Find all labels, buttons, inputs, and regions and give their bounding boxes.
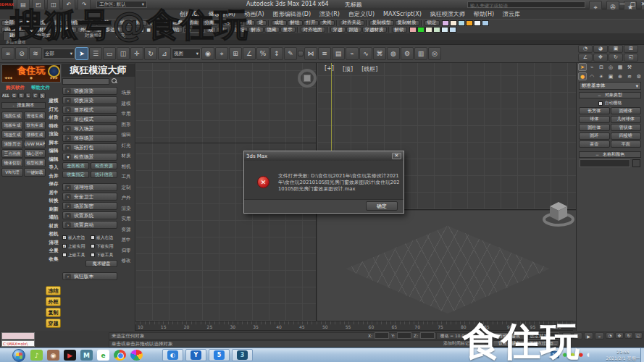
toolbar-button[interactable]: 成组 [272,20,287,26]
grid-button[interactable]: 四棱锥 [611,132,642,140]
collapse-icon[interactable]: - [12,103,14,108]
checkbox-icon[interactable]: ✓ [62,244,67,248]
maxscript-mini-listener[interactable] [1,332,35,340]
strip-label-6[interactable]: 编辑 [46,147,61,156]
strip-label-7[interactable]: 相机 [117,161,135,172]
strip-label-2[interactable]: 材质 [46,114,61,122]
x-field[interactable] [375,332,389,339]
button-3[interactable]: 穿越 [46,319,61,328]
name-color-rollout[interactable]: −名称和颜色 [579,151,641,158]
select-and-manipulate-icon[interactable]: ⌖ [215,47,228,60]
field-of-view-icon[interactable]: ∠ [578,54,593,62]
orbit-icon[interactable]: ↻ [609,54,623,62]
browser-360-icon[interactable]: e [97,350,109,361]
strip-label-11[interactable]: 居中 [46,189,61,198]
restore-button[interactable]: ▢ [630,1,636,7]
grid-button[interactable]: 球体 [579,116,610,123]
cameras-icon[interactable]: ▣ [606,72,615,80]
plugin-button-场景打包[interactable]: ›场景打包 [62,143,117,151]
grid-button[interactable]: 茶壶 [579,140,610,148]
color-swatch[interactable] [449,27,456,33]
grid-button[interactable]: 楼梯生成 [24,130,46,139]
plugin-button-安全卫士[interactable]: ›安全卫士 [62,193,117,201]
close-button[interactable]: ✕ [641,1,644,7]
browser5-window-button[interactable]: 5 [209,349,230,361]
geometry-icon[interactable]: ● [578,72,587,80]
button-3[interactable]: L [25,93,32,98]
unlink-selection-icon[interactable]: ⊘ [15,47,28,60]
quark-browser-window-icon[interactable]: ◐ [167,350,178,360]
plugin-button-切换渲染[interactable]: ›切换渲染 [62,96,117,104]
schematic-view-icon[interactable]: ⌘ [373,47,386,60]
toolbar-button[interactable]: 对齐天花 [340,20,364,26]
percent-snap-toggle-icon[interactable]: % [256,47,269,60]
layer-manager-icon[interactable]: ▤ [332,47,345,60]
strip-label-8[interactable]: 导入 [46,164,61,172]
grid-button[interactable]: 几何球体 [611,116,642,123]
camera-app-icon[interactable]: ◉ [47,350,59,361]
grid-button[interactable]: 管道生成 [24,111,46,120]
strip-label-10[interactable]: 户外 [117,193,135,203]
zoom-extents-all-icon[interactable]: ⊞ [624,45,638,53]
strip-label-7[interactable]: 编辑 [46,156,61,164]
strip-label-15[interactable]: 归零 [117,245,135,256]
dialog-close-button[interactable]: ✕ [392,153,401,159]
strip-label-10[interactable]: 保存 [46,180,61,189]
grid-button[interactable]: 管状体 [611,124,642,131]
play-animation-icon[interactable]: ▶ [584,332,593,340]
show-desktop-button[interactable] [640,348,644,362]
strip-label-3[interactable]: 图形 [117,119,135,130]
button-2[interactable]: S [18,93,25,98]
button-1[interactable]: G [11,93,17,98]
plugin-button-场景加密[interactable]: ›场景加密 [62,202,117,210]
grid-button[interactable]: VR代理 [1,168,23,177]
toolbar-button[interactable]: 穿越材质 [362,27,387,33]
button-4[interactable]: C [32,93,38,98]
menu-item-3[interactable]: 图形编辑器(D) [269,9,314,19]
space-warps-icon[interactable]: ≋ [625,72,634,80]
maximize-viewport-br-icon[interactable]: ◱ [634,332,643,339]
display-tab-icon[interactable]: ▦ [616,63,624,71]
strip-label-5[interactable]: 脚本 [46,139,61,148]
checkbox-上嵌工具[interactable]: 上嵌工具 [62,251,89,258]
grid-button[interactable]: 轴心居中 [24,149,46,158]
minimize-button[interactable]: — [619,1,625,7]
edit-named-selection-sets-icon[interactable]: ✎ [284,47,297,60]
grid-button[interactable]: 长方体 [579,107,610,114]
checkbox-嵌入左边[interactable]: ✓嵌入左边 [62,234,89,241]
plugin-search-input[interactable] [62,78,109,85]
plugin-sub-button[interactable]: 检查资源 [91,162,117,169]
media-app-icon[interactable]: ▶ [64,350,76,361]
strip-label-12[interactable]: 实用 [117,214,135,224]
search-input[interactable] [468,4,585,9]
checkbox-icon[interactable] [91,244,95,248]
grid-button[interactable]: 地面生成 [1,111,23,120]
reference-coordinate-system[interactable]: 视图▾ [172,49,201,59]
toolbar-button[interactable]: 隐藏 [264,27,280,33]
strip-label-9[interactable]: 定制 [117,182,135,193]
material-editor-icon[interactable]: ◍ [387,47,400,60]
button-0[interactable]: 冻结 [46,286,61,295]
color-swatch[interactable] [466,20,473,26]
tray-volume-icon[interactable]: ◖ [587,351,590,358]
spinner-snap-toggle-icon[interactable]: ↕ [270,47,283,60]
strip-label-2[interactable]: 常用 [117,109,135,119]
strip-label-5[interactable]: 灯光 [117,140,135,151]
zoom-extents-icon[interactable]: ▣ [609,45,623,53]
plugin-button-检查场景[interactable]: ▾检查场景 [62,153,117,161]
grid-button[interactable]: 软包生成 [24,121,46,130]
color-swatch[interactable] [441,27,448,33]
curve-editor-icon[interactable]: ∿ [359,47,372,60]
checkbox-下嵌工具[interactable]: 下嵌工具 [91,251,117,258]
checkbox-icon[interactable] [91,253,95,257]
angle-snap-toggle-icon[interactable]: ∠ [243,47,256,60]
strip-label-9[interactable]: 合并 [46,172,61,181]
grid-button[interactable]: 地毯生成 [1,130,23,139]
checkbox-icon[interactable]: ✓ [62,235,67,240]
grid-button[interactable]: 圆锥体 [611,107,642,114]
checkbox-icon[interactable] [598,101,603,106]
script-section-header[interactable]: -搜集脚本 [1,102,46,109]
viewport-perspective[interactable] [317,211,576,321]
plugin-button-设置启动[interactable]: ›设置启动 [62,221,117,229]
snaps-toggle-icon[interactable]: ⊞ [229,47,242,60]
